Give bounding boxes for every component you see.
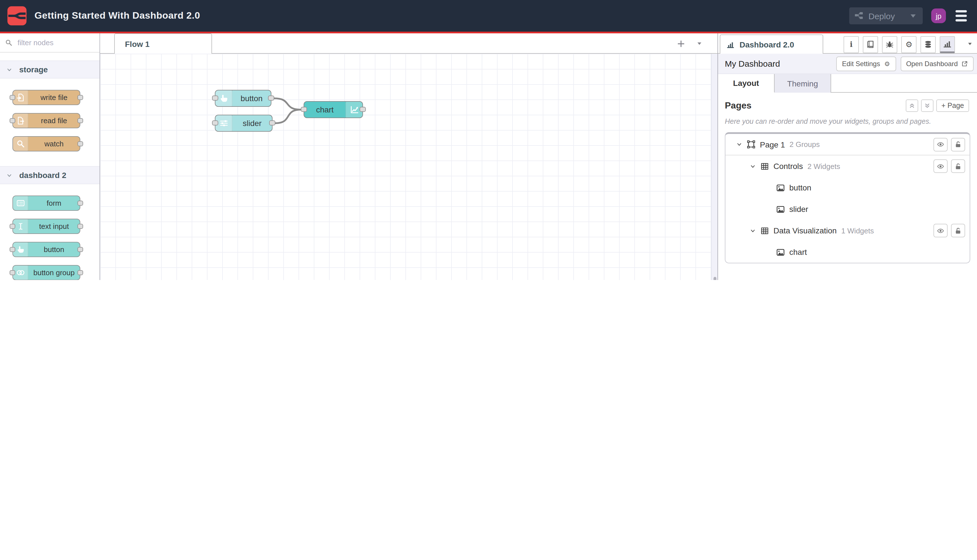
info-icon: i xyxy=(847,40,855,48)
chevron-down-icon[interactable] xyxy=(748,163,757,169)
svg-text:⚙: ⚙ xyxy=(905,40,912,48)
node-red-logo-icon xyxy=(7,6,27,26)
tree-row-group-data-visualization[interactable]: Data Visualization1 Widgets xyxy=(725,220,970,241)
header: Getting Started With Dashboard 2.0 Deplo… xyxy=(0,0,977,32)
tab-layout[interactable]: Layout xyxy=(718,74,775,93)
hamburger-bar xyxy=(955,15,967,17)
flow-canvas[interactable]: buttonsliderchart xyxy=(100,54,718,280)
output-port xyxy=(268,95,274,101)
add-page-button[interactable]: + Page xyxy=(936,100,969,112)
node-red-editor: Getting Started With Dashboard 2.0 Deplo… xyxy=(0,0,977,280)
tab-dashboard-2[interactable]: Dashboard 2.0 xyxy=(720,35,823,54)
tree-item-controls xyxy=(934,138,965,151)
tree-item-count: 2 Groups xyxy=(790,140,820,148)
lock-toggle-button[interactable] xyxy=(951,138,965,151)
node-read-file[interactable]: read file xyxy=(12,113,80,128)
node-slider[interactable]: slider xyxy=(215,115,272,132)
deploy-label: Deploy xyxy=(868,11,895,21)
tab-flow-1[interactable]: Flow 1 xyxy=(114,33,212,54)
expand-pages-button[interactable] xyxy=(921,100,934,112)
collapse-pages-button[interactable] xyxy=(906,100,918,112)
eye-icon xyxy=(937,141,944,148)
sidebar-toolbar-bug-button[interactable] xyxy=(882,36,897,53)
deploy-caret-icon[interactable] xyxy=(904,11,918,20)
node-write-file[interactable]: write file xyxy=(12,90,80,105)
edit-settings-label: Edit Settings xyxy=(842,60,880,68)
node-label: text input xyxy=(28,219,80,233)
input-port xyxy=(10,95,15,100)
lock-toggle-button[interactable] xyxy=(951,224,965,237)
palette-scroll-area[interactable]: storagewrite fileread filewatchdashboard… xyxy=(0,53,100,280)
hamburger-bar xyxy=(955,19,967,22)
sidebar-menu-caret-icon[interactable] xyxy=(967,41,973,47)
avatar[interactable]: jp xyxy=(931,8,946,23)
visibility-toggle-button[interactable] xyxy=(934,159,948,173)
wire-button-to-chart xyxy=(274,98,301,110)
node-button[interactable]: button xyxy=(12,242,80,257)
tab-theming[interactable]: Theming xyxy=(775,74,831,93)
node-chart[interactable]: chart xyxy=(304,101,363,118)
visibility-toggle-button[interactable] xyxy=(934,224,948,237)
object-group-icon xyxy=(747,140,755,148)
main-menu-button[interactable] xyxy=(954,9,968,23)
sidebar-toolbar-chart-bars-button[interactable] xyxy=(940,36,955,53)
palette-search[interactable] xyxy=(0,33,100,53)
file-export-icon xyxy=(16,93,25,102)
tree-item-controls xyxy=(934,224,965,237)
chart-line-icon xyxy=(350,105,359,114)
dashboard-title: My Dashboard xyxy=(725,59,780,68)
canvas-vertical-scrollbar-thumb[interactable] xyxy=(713,277,716,280)
add-page-label: + Page xyxy=(941,102,964,110)
chart-bars-icon xyxy=(726,40,735,48)
node-button-group[interactable]: button group xyxy=(12,265,80,280)
image-icon xyxy=(776,205,785,213)
open-dashboard-button[interactable]: Open Dashboard xyxy=(900,56,974,71)
palette-search-input[interactable] xyxy=(17,38,94,47)
pages-hint: Here you can re-order and move your widg… xyxy=(725,118,969,125)
search-icon xyxy=(5,39,12,46)
form-icon xyxy=(16,199,25,207)
lock-toggle-button[interactable] xyxy=(951,159,965,173)
node-watch[interactable]: watch xyxy=(12,136,80,152)
tree-row-page-page-1[interactable]: Page 12 Groups xyxy=(725,134,970,155)
flow-list-caret-icon[interactable] xyxy=(696,40,703,47)
canvas-vertical-scrollbar[interactable] xyxy=(711,54,718,280)
node-icon-area xyxy=(13,137,28,151)
add-flow-button[interactable] xyxy=(677,39,685,48)
node-label: watch xyxy=(28,137,80,151)
node-label: button xyxy=(28,242,80,257)
hamburger-bar xyxy=(955,10,967,12)
node-icon-area xyxy=(13,242,28,257)
sidebar-toolbar-gear-button[interactable]: ⚙ xyxy=(901,36,917,53)
tree-row-group-controls[interactable]: Controls2 Widgets xyxy=(725,155,970,177)
sidebar-toolbar-book-button[interactable] xyxy=(863,36,878,53)
tree-row-widget-button[interactable]: button xyxy=(725,177,970,198)
edit-settings-button[interactable]: Edit Settings ⚙ xyxy=(836,56,896,71)
palette-category-label: storage xyxy=(19,65,48,74)
flow-tab-bar: Flow 1 xyxy=(100,33,718,54)
database-icon xyxy=(924,40,932,48)
tree-row-widget-slider[interactable]: slider xyxy=(725,198,970,220)
visibility-toggle-button[interactable] xyxy=(934,138,948,151)
unlock-icon xyxy=(954,141,962,148)
input-port xyxy=(10,247,15,252)
node-text-input[interactable]: text input xyxy=(12,219,80,234)
palette-category-header[interactable]: storage xyxy=(0,60,100,78)
input-port xyxy=(212,120,218,125)
sidebar-toolbar-database-button[interactable] xyxy=(920,36,936,53)
node-icon-area xyxy=(13,266,28,280)
chevron-down-icon[interactable] xyxy=(735,141,743,147)
node-form[interactable]: form xyxy=(12,195,80,211)
svg-text:i: i xyxy=(850,40,853,48)
tree-row-widget-chart[interactable]: chart xyxy=(725,241,970,263)
deploy-button[interactable]: Deploy xyxy=(849,7,923,24)
node-label: button group xyxy=(28,266,80,280)
palette-category-header[interactable]: dashboard 2 xyxy=(0,166,100,184)
external-link-icon xyxy=(961,60,968,67)
header-actions: Deploy jp xyxy=(849,7,968,24)
node-button[interactable]: button xyxy=(215,90,271,107)
sidebar-toolbar-info-button[interactable]: i xyxy=(843,36,859,53)
tree-item-controls xyxy=(934,159,965,173)
dashboard-header: My Dashboard Edit Settings ⚙ Open Dashbo… xyxy=(718,54,977,74)
chevron-down-icon[interactable] xyxy=(748,227,757,234)
